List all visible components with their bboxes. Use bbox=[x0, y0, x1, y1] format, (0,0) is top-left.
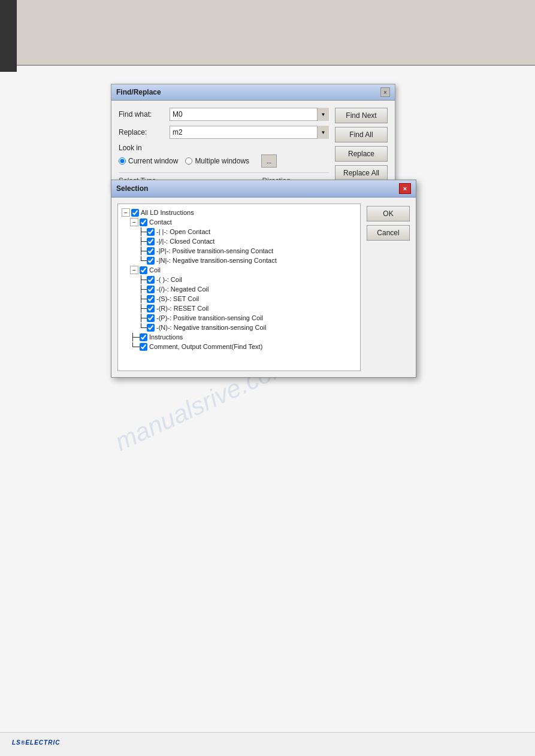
tree-item-comment: └─ Comment, Output Comment(Find Text) bbox=[122, 342, 356, 351]
multiple-windows-radio[interactable] bbox=[185, 157, 192, 165]
find-replace-buttons: Find Next Find All Replace Replace All bbox=[335, 108, 388, 181]
find-what-row: Find what: ▼ bbox=[119, 108, 329, 121]
tree-item-coil-set: ├─ -(S)-: SET Coil bbox=[122, 294, 356, 303]
coil-basic-connector: ├─ bbox=[138, 275, 147, 284]
tree-item-coil-reset: ├─ -(R)-: RESET Coil bbox=[122, 303, 356, 313]
ok-button[interactable]: OK bbox=[367, 206, 410, 221]
tree-item-negative-contact: └─ -|N|-: Negative transition-sensing Co… bbox=[122, 256, 356, 265]
positive-contact-checkbox[interactable] bbox=[147, 247, 155, 255]
footer: LS®ELECTRIC bbox=[0, 732, 535, 756]
find-what-label: Find what: bbox=[119, 110, 170, 119]
selection-close-button[interactable]: × bbox=[399, 183, 411, 194]
selection-title: Selection bbox=[116, 184, 148, 193]
footer-logo-ls: LS bbox=[12, 739, 21, 746]
open-contact-label: -| |-: Open Contact bbox=[156, 228, 210, 235]
coil-label: Coil bbox=[149, 266, 161, 274]
find-replace-body: Find what: ▼ Replace: ▼ Look in Current … bbox=[111, 101, 395, 190]
find-all-button[interactable]: Find All bbox=[335, 127, 388, 142]
open-contact-checkbox[interactable] bbox=[147, 228, 155, 236]
browse-button[interactable]: ... bbox=[261, 154, 277, 168]
look-in-label: Look in bbox=[119, 144, 329, 152]
look-in-section: Look in Current window Multiple windows … bbox=[119, 144, 329, 168]
all-ld-label: All LD Instructions bbox=[141, 209, 194, 216]
current-window-radio[interactable] bbox=[119, 157, 126, 165]
all-ld-checkbox[interactable] bbox=[131, 209, 139, 217]
negative-contact-label: -|N|-: Negative transition-sensing Conta… bbox=[156, 257, 277, 264]
tree-item-coil-negated: ├─ -(/)-: Negated Coil bbox=[122, 284, 356, 294]
selection-dialog: Selection × − All LD Instructions − Cont… bbox=[111, 180, 416, 378]
coil-basic-checkbox[interactable] bbox=[147, 276, 155, 284]
all-ld-expander[interactable]: − bbox=[122, 208, 130, 217]
left-bar bbox=[0, 0, 17, 72]
replace-label: Replace: bbox=[119, 128, 170, 136]
coil-negative-checkbox[interactable] bbox=[147, 324, 155, 332]
current-window-label: Current window bbox=[128, 157, 178, 165]
instructions-connector: ├─ bbox=[130, 333, 140, 341]
positive-contact-connector: ├─ bbox=[138, 247, 147, 255]
contact-checkbox[interactable] bbox=[140, 218, 147, 226]
selection-titlebar: Selection × bbox=[111, 180, 416, 198]
closed-contact-checkbox[interactable] bbox=[147, 238, 155, 245]
tree-item-coil-negative: └─ -(N)-: Negative transition-sensing Co… bbox=[122, 323, 356, 332]
instructions-checkbox[interactable] bbox=[140, 333, 147, 341]
tree-item-all-ld: − All LD Instructions bbox=[122, 208, 356, 217]
replace-row: Replace: ▼ bbox=[119, 126, 329, 139]
instructions-label: Instructions bbox=[149, 333, 183, 341]
tree-item-contact-group: − Contact bbox=[122, 217, 356, 227]
tree-item-coil-group: − Coil bbox=[122, 265, 356, 275]
replace-dropdown[interactable]: ▼ bbox=[317, 126, 329, 139]
closed-contact-label: -|/|-: Closed Contact bbox=[156, 238, 214, 245]
replace-input[interactable] bbox=[170, 126, 329, 139]
find-replace-dialog: Find/Replace × Find what: ▼ Replace: ▼ L… bbox=[111, 84, 395, 190]
coil-positive-label: -(P)-: Positive transition-sensing Coil bbox=[156, 314, 263, 321]
coil-negative-label: -(N)-: Negative transition-sensing Coil bbox=[156, 324, 266, 331]
replace-button[interactable]: Replace bbox=[335, 146, 388, 162]
tree-item-coil-basic: ├─ -( )-: Coil bbox=[122, 275, 356, 284]
contact-expander[interactable]: − bbox=[130, 218, 138, 226]
footer-logo-electric: ELECTRIC bbox=[25, 739, 60, 746]
coil-set-checkbox[interactable] bbox=[147, 295, 155, 303]
coil-reset-label: -(R)-: RESET Coil bbox=[156, 305, 208, 312]
coil-negated-label: -(/)-: Negated Coil bbox=[156, 286, 208, 293]
coil-reset-connector: ├─ bbox=[138, 304, 147, 312]
comment-label: Comment, Output Comment(Find Text) bbox=[149, 343, 262, 350]
radio-row: Current window Multiple windows ... bbox=[119, 154, 329, 168]
find-replace-title: Find/Replace bbox=[116, 88, 161, 96]
coil-negated-checkbox[interactable] bbox=[147, 286, 155, 293]
coil-positive-checkbox[interactable] bbox=[147, 314, 155, 322]
selection-body: − All LD Instructions − Contact ├─ -| |-… bbox=[111, 198, 416, 377]
find-what-dropdown[interactable]: ▼ bbox=[317, 108, 329, 121]
tree-panel: − All LD Instructions − Contact ├─ -| |-… bbox=[117, 204, 361, 371]
selection-buttons: OK Cancel bbox=[367, 204, 410, 371]
coil-checkbox[interactable] bbox=[140, 266, 147, 274]
replace-input-wrap: ▼ bbox=[170, 126, 329, 139]
multiple-windows-label: Multiple windows bbox=[195, 157, 249, 165]
find-replace-close-button[interactable]: × bbox=[380, 87, 390, 97]
coil-expander[interactable]: − bbox=[130, 266, 138, 274]
tree-item-open-contact: ├─ -| |-: Open Contact bbox=[122, 227, 356, 236]
coil-negated-connector: ├─ bbox=[138, 285, 147, 293]
comment-checkbox[interactable] bbox=[140, 343, 147, 351]
tree-item-positive-contact: ├─ -|P|-: Positive transition-sensing Co… bbox=[122, 246, 356, 256]
negative-contact-connector: └─ bbox=[138, 256, 147, 265]
multiple-windows-radio-item[interactable]: Multiple windows bbox=[185, 157, 249, 165]
coil-negative-connector: └─ bbox=[138, 323, 147, 332]
tree-item-closed-contact: ├─ -|/|-: Closed Contact bbox=[122, 236, 356, 246]
coil-positive-connector: ├─ bbox=[138, 314, 147, 322]
find-next-button[interactable]: Find Next bbox=[335, 108, 388, 123]
tree-item-instructions: ├─ Instructions bbox=[122, 332, 356, 342]
footer-logo: LS®ELECTRIC bbox=[12, 739, 60, 749]
coil-basic-label: -( )-: Coil bbox=[156, 276, 182, 283]
contact-label: Contact bbox=[149, 218, 172, 226]
coil-set-label: -(S)-: SET Coil bbox=[156, 295, 199, 302]
closed-contact-connector: ├─ bbox=[138, 237, 147, 245]
negative-contact-checkbox[interactable] bbox=[147, 257, 155, 265]
current-window-radio-item[interactable]: Current window bbox=[119, 157, 178, 165]
replace-all-button[interactable]: Replace All bbox=[335, 165, 388, 181]
find-what-input[interactable] bbox=[170, 108, 329, 121]
positive-contact-label: -|P|-: Positive transition-sensing Conta… bbox=[156, 247, 273, 254]
top-bar bbox=[0, 0, 535, 66]
cancel-button[interactable]: Cancel bbox=[367, 225, 410, 241]
coil-reset-checkbox[interactable] bbox=[147, 305, 155, 312]
find-what-input-wrap: ▼ bbox=[170, 108, 329, 121]
